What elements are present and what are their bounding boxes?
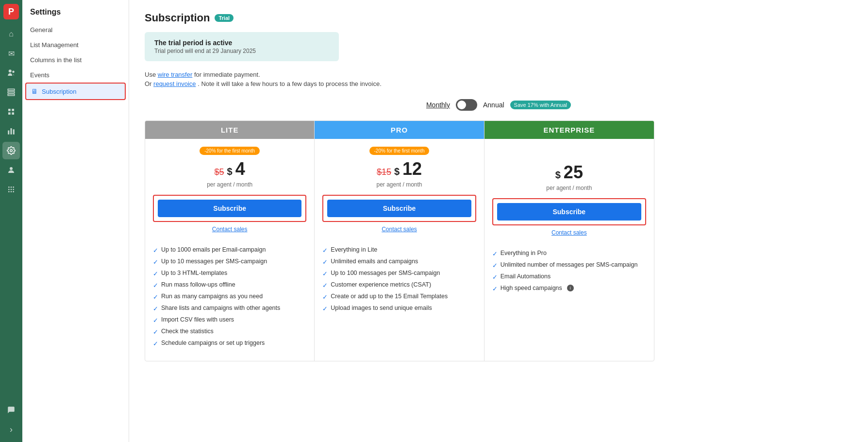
svg-rect-4 xyxy=(8,94,15,96)
plan-pro-price-row: $15 $ 12 xyxy=(377,159,422,179)
plan-enterprise: ENTERPRISE $ 25 per agent / month Subscr… xyxy=(484,121,654,361)
sidebar-item-subscription[interactable]: 🖥 Subscription xyxy=(25,83,126,100)
plan-lite-contact-sales[interactable]: Contact sales xyxy=(212,226,248,233)
billing-toggle-row: Monthly Annual Save 17% with Annual xyxy=(145,99,852,111)
request-invoice-link[interactable]: request invoice xyxy=(153,80,196,87)
plan-lite-subscribe-section: Subscribe xyxy=(153,195,306,222)
apps-icon[interactable] xyxy=(2,181,20,198)
icon-sidebar: P ⌂ ✉ › xyxy=(0,0,22,442)
svg-point-17 xyxy=(8,189,10,190)
subscription-nav-icon: 🖥 xyxy=(31,87,38,95)
plan-lite-features: ✓Up to 1000 emails per Email-campaign ✓U… xyxy=(153,240,306,353)
plan-lite: LITE -20% for the first month $5 $ 4 per… xyxy=(145,121,315,361)
list-item: ✓Unlimited emails and campaigns xyxy=(322,256,476,268)
payment-text-line1: Use wire transfer for immediate payment. xyxy=(145,71,852,78)
sidebar-item-list-management[interactable]: List Management xyxy=(22,37,129,52)
plan-pro-discount: -20% for the first month xyxy=(369,147,430,155)
list-item: ✓Schedule campaigns or set up triggers xyxy=(153,338,306,349)
sidebar-item-general[interactable]: General xyxy=(22,22,129,37)
mail-icon[interactable]: ✉ xyxy=(2,45,20,62)
page-title: Subscription xyxy=(145,12,210,24)
sidebar-item-columns-label: Columns in the list xyxy=(30,56,82,64)
svg-point-21 xyxy=(11,191,12,192)
settings-sidebar: Settings General List Management Columns… xyxy=(22,0,129,442)
settings-icon[interactable] xyxy=(2,142,20,159)
list-item: ✓Upload images to send unique emails xyxy=(322,303,476,314)
svg-rect-11 xyxy=(13,129,15,135)
home-icon[interactable]: ⌂ xyxy=(2,25,20,43)
plan-pro: PRO -20% for the first month $15 $ 12 pe… xyxy=(315,121,484,361)
plan-lite-dollar: $ xyxy=(227,166,233,177)
plan-lite-subscribe-button[interactable]: Subscribe xyxy=(158,200,301,217)
plan-enterprise-dollar: $ xyxy=(555,170,561,181)
list-item: ✓Check the statistics xyxy=(153,326,306,338)
list-item: ✓Create or add up to the 15 Email Templa… xyxy=(322,291,476,303)
svg-point-22 xyxy=(13,191,14,192)
list-item: ✓Import CSV files with users xyxy=(153,314,306,326)
list-item: ✓Up to 100 messages per SMS-campaign xyxy=(322,268,476,279)
plan-lite-header: LITE xyxy=(145,121,314,139)
list-item: ✓Up to 3 HTML-templates xyxy=(153,268,306,279)
svg-rect-6 xyxy=(12,109,14,111)
list-item: ✓Email Automations xyxy=(492,271,646,283)
svg-rect-8 xyxy=(12,112,14,115)
trial-banner: The trial period is active Trial period … xyxy=(145,32,339,61)
billing-toggle[interactable] xyxy=(456,99,477,111)
plan-enterprise-price-row: $ 25 xyxy=(555,162,583,183)
list-icon[interactable] xyxy=(2,84,20,101)
plan-pro-old-price: $15 xyxy=(377,167,391,177)
sidebar-item-list-management-label: List Management xyxy=(30,41,79,49)
plan-enterprise-contact-sales[interactable]: Contact sales xyxy=(551,229,587,236)
wire-transfer-link[interactable]: wire transfer xyxy=(158,71,193,78)
svg-point-15 xyxy=(11,187,12,188)
svg-rect-5 xyxy=(8,109,11,111)
save-badge: Save 17% with Annual xyxy=(510,101,571,109)
list-item: ✓High speed campaigns i xyxy=(492,283,646,294)
sidebar-item-events[interactable]: Events xyxy=(22,68,129,83)
payment-text-line2: Or request invoice . Note it will take a… xyxy=(145,80,852,87)
plan-lite-price: 4 xyxy=(235,159,245,179)
plan-pro-features: ✓Everything in Lite ✓Unlimited emails an… xyxy=(322,240,476,318)
svg-point-13 xyxy=(10,167,13,170)
sidebar-item-columns[interactable]: Columns in the list xyxy=(22,52,129,68)
plan-lite-per-agent: per agent / month xyxy=(207,181,252,188)
info-icon[interactable]: i xyxy=(567,285,574,291)
list-item: ✓Up to 10 messages per SMS-campaign xyxy=(153,256,306,268)
plan-lite-old-price: $5 xyxy=(215,167,224,177)
svg-rect-7 xyxy=(8,112,11,115)
svg-point-14 xyxy=(8,187,10,188)
svg-rect-9 xyxy=(8,131,9,135)
main-content: Subscription Trial The trial period is a… xyxy=(129,0,868,442)
list-item: ✓Unlimited number of messages per SMS-ca… xyxy=(492,259,646,271)
svg-point-19 xyxy=(13,189,14,190)
person-icon[interactable] xyxy=(2,161,20,179)
plan-enterprise-header: ENTERPRISE xyxy=(484,121,654,139)
plan-pro-contact-sales[interactable]: Contact sales xyxy=(382,226,417,233)
svg-rect-2 xyxy=(8,89,15,90)
plan-enterprise-price: 25 xyxy=(564,162,583,183)
plan-pro-price: 12 xyxy=(402,159,422,179)
svg-point-16 xyxy=(13,187,14,188)
plan-lite-body: -20% for the first month $5 $ 4 per agen… xyxy=(145,139,314,361)
expand-icon[interactable]: › xyxy=(2,421,20,438)
list-item: ✓Everything in Pro xyxy=(492,248,646,259)
app-logo: P xyxy=(3,4,19,19)
svg-point-18 xyxy=(11,189,12,190)
chart-icon[interactable] xyxy=(2,122,20,140)
sidebar-item-events-label: Events xyxy=(30,71,50,79)
plan-lite-discount: -20% for the first month xyxy=(200,147,260,155)
plan-enterprise-subscribe-button[interactable]: Subscribe xyxy=(497,203,641,221)
plan-lite-price-row: $5 $ 4 xyxy=(215,159,245,179)
list-item: ✓Customer experience metrics (CSAT) xyxy=(322,279,476,291)
svg-point-12 xyxy=(10,150,13,152)
grid-icon[interactable] xyxy=(2,103,20,120)
plan-pro-header: PRO xyxy=(315,121,484,139)
svg-point-0 xyxy=(9,69,12,72)
plan-pro-per-agent: per agent / month xyxy=(376,181,422,188)
contacts-icon[interactable] xyxy=(2,64,20,82)
plan-pro-subscribe-button[interactable]: Subscribe xyxy=(327,200,471,217)
list-item: ✓Share lists and campaigns with other ag… xyxy=(153,303,306,314)
message-bottom-icon[interactable] xyxy=(2,401,20,419)
page-title-row: Subscription Trial xyxy=(145,12,852,24)
plan-enterprise-subscribe-section: Subscribe xyxy=(492,198,646,225)
